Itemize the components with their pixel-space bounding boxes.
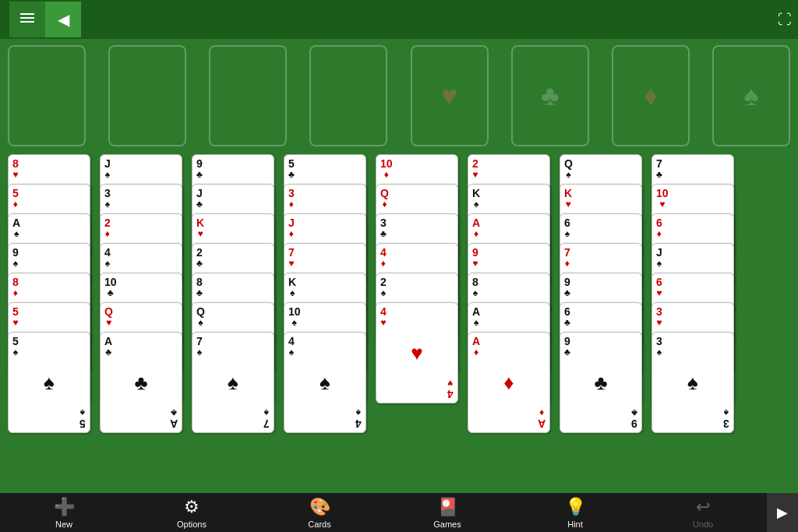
foundation-row: ♥ ♣ ♦ ♠ [8,45,790,146]
table-row[interactable]: A♦A♦♦ [468,332,550,433]
column-5: 10♦10♦♦Q♦Q♦♦3♣3♣♣4♦4♦♦2♠2♠♠4♥4♥♥ [376,154,461,403]
games-icon: 🎴 [437,497,458,517]
column-7: Q♠Q♠♠K♥K♥♥6♠6♠♠7♦7♦♦9♣9♣♣6♣6♣♣9♣9♣♣ [560,154,645,433]
footer-new-button[interactable]: ➕New [0,493,128,532]
table-row[interactable]: 7♠7♠♠ [192,332,274,433]
undo-icon: ↩ [696,497,710,517]
new-icon: ➕ [54,497,75,517]
cards-icon: 🎨 [309,497,330,517]
footer-games-button[interactable]: 🎴Games [383,493,511,532]
back-arrow-icon: ◀ [58,12,69,27]
scroll-button[interactable]: ▶ [767,493,798,532]
column-1: 8♥8♥♥5♦5♦♦A♠A♠♠9♠9♠♠8♦8♦♦5♥5♥♥5♠5♠♠ [8,154,94,433]
footer-options-button[interactable]: ⚙Options [128,493,256,532]
table-row[interactable]: A♣A♣♣ [100,332,182,433]
table-row[interactable]: 5♠5♠♠ [8,332,90,433]
column-2: J♠J♠♠3♠3♠♠2♦2♦♦4♠4♠♠10♣10♣♣Q♥Q♥♥A♣A♣♣ [100,154,185,433]
footer-undo-button: ↩Undo [639,493,767,532]
column-3: 9♣9♣♣J♣J♣♣K♥K♥♥2♣2♣♣8♣8♣♣Q♠Q♠♠7♠7♠♠ [192,154,277,433]
table-row[interactable]: 9♣9♣♣ [560,332,642,433]
column-8: 7♣7♣♣10♥10♥♥6♦6♦♦J♠J♠♠6♥6♥♥3♥3♥♥3♠3♠♠ [651,154,737,433]
new-label: New [55,520,72,529]
options-label: Options [177,520,207,529]
hint-label: Hint [567,520,583,529]
footer-hint-button[interactable]: 💡Hint [511,493,639,532]
column-4: 5♣5♣♣3♦3♦♦J♦J♦♦7♥7♥♥K♠K♠♠10♠10♠♠4♠4♠♠ [284,154,369,433]
empty-slot-4[interactable] [309,45,387,146]
empty-slot-3[interactable] [209,45,287,146]
back-button[interactable]: ◀ [45,2,81,37]
foundation-diamonds[interactable]: ♦ [612,45,690,146]
foundation-hearts[interactable]: ♥ [411,45,489,146]
game-area: ♥ ♣ ♦ ♠ 8♥8♥♥5♦5♦♦A♠A♠♠9♠9♠♠8♦8♦♦5♥5♥♥5♠… [0,39,798,493]
fullscreen-button[interactable]: ⛶ [778,12,792,28]
menu-button[interactable] [9,2,45,37]
table-row[interactable]: 4♠4♠♠ [284,332,366,433]
options-icon: ⚙ [184,497,200,517]
footer: ➕New⚙Options🎨Cards🎴Games💡Hint↩Undo▶ [0,493,798,532]
table-row[interactable]: 4♥4♥♥ [376,302,458,403]
empty-slot-1[interactable] [8,45,86,146]
cards-label: Cards [308,520,330,529]
foundation-spades[interactable]: ♠ [712,45,790,146]
tableau: 8♥8♥♥5♦5♦♦A♠A♠♠9♠9♠♠8♦8♦♦5♥5♥♥5♠5♠♠J♠J♠♠… [8,154,790,433]
hint-icon: 💡 [565,497,586,517]
header: ◀ ⛶ [0,0,798,39]
foundation-clubs[interactable]: ♣ [511,45,589,146]
games-label: Games [433,520,461,529]
empty-slot-2[interactable] [108,45,186,146]
footer-cards-button[interactable]: 🎨Cards [256,493,383,532]
undo-label: Undo [693,520,713,529]
table-row[interactable]: 3♠3♠♠ [651,332,734,433]
column-6: 2♥2♥♥K♠K♠♠A♦A♦♦9♥9♥♥8♠8♠♠A♠A♠♠A♦A♦♦ [468,154,553,433]
